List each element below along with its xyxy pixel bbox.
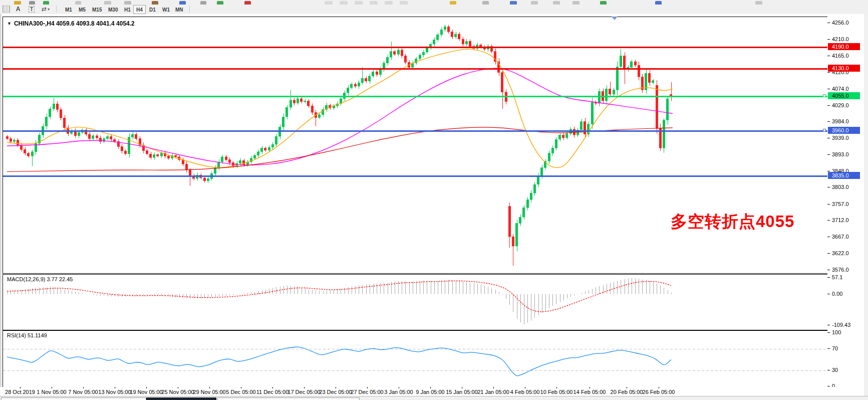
time-label: 17 Dec 05:00 xyxy=(287,389,320,395)
price-tick-tickmark xyxy=(827,237,830,237)
time-axis[interactable]: 28 Oct 20191 Nov 05:007 Nov 05:0013 Nov … xyxy=(0,387,868,396)
chart-dropdown-icon[interactable]: ▼ xyxy=(7,21,12,26)
price-tick-tickmark xyxy=(827,89,830,89)
timeframe-m15-button[interactable]: M15 xyxy=(89,5,105,14)
time-label: 5 Dec 05:00 xyxy=(226,389,255,395)
time-label: 11 Dec 05:00 xyxy=(256,389,289,395)
main-chart-canvas[interactable] xyxy=(3,17,828,273)
timeframe-m5-button[interactable]: M5 xyxy=(76,5,89,14)
chart-shift-marker-icon[interactable] xyxy=(612,17,618,20)
bottom-panel-box[interactable] xyxy=(1,397,146,400)
chart-title: ▼ CHINA300-,H4 4059.6 4093.8 4041.4 4054… xyxy=(7,20,135,27)
timeframe-m1-button[interactable]: M1 xyxy=(62,5,75,14)
time-label: 23 Dec 05:00 xyxy=(319,389,352,395)
timeframe-mn-button[interactable]: MN xyxy=(172,5,186,14)
time-tickmark xyxy=(590,387,590,388)
rsi-tick: 30 xyxy=(832,367,838,373)
time-tickmark xyxy=(241,387,241,388)
price-tick: 3712.0 xyxy=(832,217,849,223)
price-tick-tickmark xyxy=(827,253,830,254)
price-tick: 4029.0 xyxy=(832,102,849,108)
timeframe-m30-button[interactable]: M30 xyxy=(105,5,121,14)
chart-annotation-text: 多空转折点4055 xyxy=(671,211,794,233)
window-left-edge xyxy=(0,14,2,396)
rsi-tick: 100 xyxy=(832,329,841,335)
price-level-badge[interactable]: 4130.0 xyxy=(828,65,860,72)
toolbar-separator xyxy=(189,6,190,13)
macd-tick: 0.00 xyxy=(832,291,842,297)
timeframe-d1-button[interactable]: D1 xyxy=(146,5,159,14)
time-tickmark xyxy=(627,387,627,388)
clipped-bottom-bar xyxy=(0,396,868,400)
time-tickmark xyxy=(304,387,305,388)
price-tick: 3893.0 xyxy=(832,151,849,157)
price-tick-tickmark xyxy=(827,105,830,106)
macd-tick: 57.1 xyxy=(832,274,842,280)
price-axis[interactable]: 4256.04210.04165.04120.04074.04029.03984… xyxy=(827,14,864,387)
timeframe-w1-button[interactable]: W1 xyxy=(159,5,173,14)
price-tick: 4210.0 xyxy=(832,36,849,42)
time-tickmark xyxy=(20,387,21,388)
price-tick: 4165.0 xyxy=(832,53,849,59)
rsi-tick-tickmark xyxy=(827,332,830,333)
time-label: 26 Feb 05:00 xyxy=(643,389,675,395)
macd-canvas[interactable] xyxy=(3,275,828,330)
price-tick-tickmark xyxy=(827,171,830,171)
crosshair-grid-tool-button[interactable] xyxy=(2,5,11,13)
level-line-handle[interactable] xyxy=(823,129,826,132)
toolbar-separator xyxy=(56,6,57,13)
rsi-label: RSI(14) 51.1149 xyxy=(7,332,47,338)
price-tick: 3622.0 xyxy=(832,250,849,256)
price-tick: 3984.0 xyxy=(832,118,849,124)
bottom-tab-selected[interactable] xyxy=(146,397,216,400)
rsi-tick-tickmark xyxy=(827,348,830,349)
price-tick-tickmark xyxy=(827,187,830,187)
price-tick-tickmark xyxy=(827,121,830,122)
time-label: 10 Feb 05:00 xyxy=(540,389,573,395)
time-label: 28 Oct 2019 xyxy=(5,389,35,395)
price-tick: 3576.0 xyxy=(832,267,849,273)
time-tickmark xyxy=(399,387,399,388)
chart-title-text: CHINA300-,H4 4059.6 4093.8 4041.4 4054.2 xyxy=(14,20,135,27)
price-tick-tickmark xyxy=(827,154,830,155)
price-tick: 3803.0 xyxy=(832,184,849,190)
price-tick-tickmark xyxy=(827,204,830,205)
macd-tick-tickmark xyxy=(827,277,830,278)
macd-tick: -109.43 xyxy=(832,322,850,328)
timeframe-h1-button[interactable]: H1 xyxy=(121,5,134,14)
time-label: 25 Nov 05:00 xyxy=(161,389,194,395)
price-level-badge[interactable]: 3960.0 xyxy=(828,127,860,134)
timeframe-h4-button[interactable]: H4 xyxy=(133,5,146,14)
text-label-tool-button[interactable]: T xyxy=(27,5,36,13)
time-label: 1 Nov 05:00 xyxy=(37,389,66,395)
time-tickmark xyxy=(83,387,84,388)
font-tool-button[interactable]: A xyxy=(14,5,22,13)
rsi-tick-tickmark xyxy=(827,370,830,370)
macd-tick-tickmark xyxy=(827,325,830,325)
time-tickmark xyxy=(493,387,494,388)
time-label: 7 Nov 05:00 xyxy=(68,389,98,395)
price-tick-tickmark xyxy=(827,220,830,221)
time-label: 20 Feb 05:00 xyxy=(611,389,643,395)
time-tickmark xyxy=(430,387,431,388)
time-label: 13 Nov 05:00 xyxy=(98,389,131,395)
price-tick: 3939.0 xyxy=(832,135,849,141)
macd-label: MACD(12,26,9) 3.77 22.45 xyxy=(7,276,73,282)
chart-window: ▼ CHINA300-,H4 4059.6 4093.8 4041.4 4054… xyxy=(0,14,868,396)
price-level-badge[interactable]: 4055.0 xyxy=(828,92,860,99)
level-line-handle[interactable] xyxy=(823,94,826,97)
time-label: 9 Jan 05:00 xyxy=(416,389,445,395)
time-label: 21 Jan 05:00 xyxy=(477,389,509,395)
rsi-canvas[interactable] xyxy=(3,331,828,387)
price-tick: 3667.0 xyxy=(832,234,849,240)
indicator-cycle-tool-button[interactable]: ⇄▾ xyxy=(39,5,52,13)
time-tickmark xyxy=(272,387,273,388)
time-label: 15 Jan 05:00 xyxy=(446,389,478,395)
time-tickmark xyxy=(659,387,659,388)
time-tickmark xyxy=(115,387,115,388)
price-level-badge[interactable]: 4190.0 xyxy=(828,43,860,50)
price-level-badge[interactable]: 3835.0 xyxy=(828,172,860,179)
bottom-panel-box[interactable] xyxy=(217,397,360,400)
time-label: 3 Jan 05:00 xyxy=(384,389,413,395)
text-label-icon: T xyxy=(29,6,35,13)
